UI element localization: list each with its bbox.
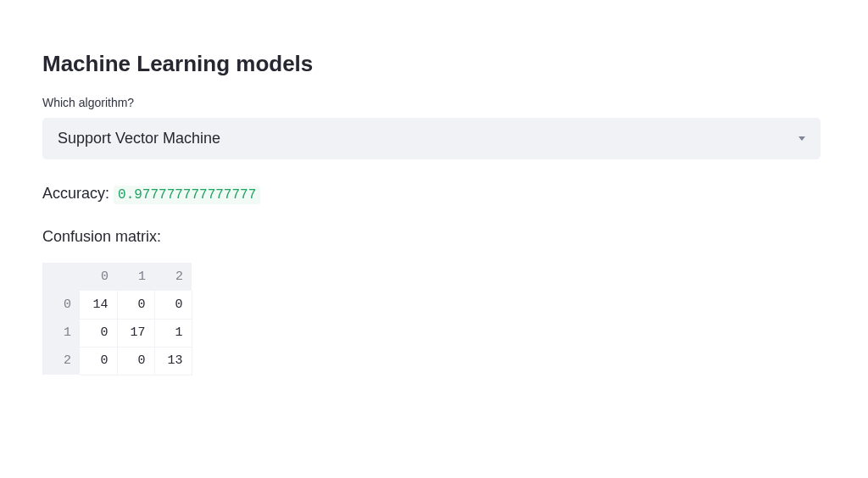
- algorithm-label: Which algorithm?: [42, 96, 826, 109]
- table-row: 2 0 0 13: [42, 347, 192, 375]
- cell: 17: [117, 319, 154, 347]
- cell: 1: [154, 319, 192, 347]
- cell: 0: [117, 347, 154, 375]
- table-corner: [42, 263, 80, 291]
- cell: 14: [80, 291, 117, 319]
- table-row: 0 14 0 0: [42, 291, 192, 319]
- col-header: 0: [80, 263, 117, 291]
- accuracy-value: 0.977777777777777: [114, 186, 260, 204]
- col-header: 1: [117, 263, 154, 291]
- cell: 0: [80, 347, 117, 375]
- algorithm-select[interactable]: Support Vector Machine: [42, 118, 821, 159]
- col-header: 2: [154, 263, 192, 291]
- cell: 0: [117, 291, 154, 319]
- accuracy-readout: Accuracy: 0.977777777777777: [42, 185, 826, 203]
- cell: 13: [154, 347, 192, 375]
- cell: 0: [154, 291, 192, 319]
- confusion-matrix-label: Confusion matrix:: [42, 228, 826, 246]
- row-header: 0: [42, 291, 80, 319]
- accuracy-label: Accuracy:: [42, 185, 114, 202]
- row-header: 1: [42, 319, 80, 347]
- algorithm-selected-value: Support Vector Machine: [58, 130, 220, 147]
- chevron-down-icon: [798, 136, 805, 141]
- row-header: 2: [42, 347, 80, 375]
- confusion-matrix-table: 0 1 2 0 14 0 0 1 0 17 1 2 0 0 13: [42, 263, 192, 375]
- table-row: 1 0 17 1: [42, 319, 192, 347]
- page-title: Machine Learning models: [42, 51, 826, 77]
- cell: 0: [80, 319, 117, 347]
